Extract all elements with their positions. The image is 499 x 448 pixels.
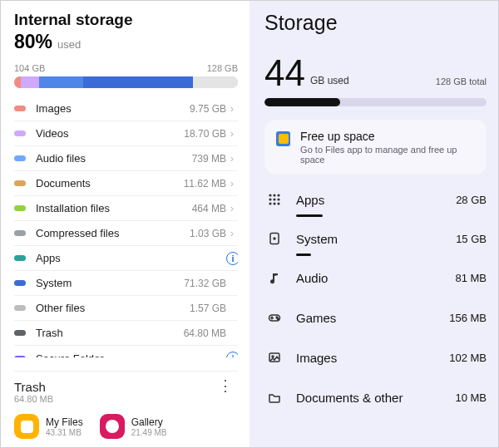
category-label: Installation files [36,202,192,214]
color-pill [14,180,26,186]
bar-segment [14,76,21,88]
row-size: 102 MB [449,352,487,364]
row-size: 15 GB [456,233,487,245]
color-pill [14,130,26,136]
docs-icon [264,391,284,404]
svg-point-3 [269,198,271,200]
total-label: 128 GB total [436,76,487,86]
app-frame: Internal storage 80% used 104 GB 128 GB … [0,0,499,448]
category-row[interactable]: Trash64.80 MB [14,321,238,346]
trash-section: Trash 64.80 MB ⋮ My Files43.31 MBGallery… [14,371,238,439]
images-icon [264,351,284,364]
category-size: 1.03 GB [190,228,226,239]
files-app-icon [276,131,290,146]
system-icon [264,232,284,245]
app-size: 21.49 MB [131,428,167,437]
category-size: 71.32 GB [184,278,226,289]
row-label: Images [296,351,449,365]
category-size: 11.62 MB [184,178,226,190]
color-pill [14,255,26,261]
info-icon[interactable]: i [226,252,238,265]
category-size: 464 MB [192,203,226,214]
category-size: 18.70 GB [184,128,226,140]
category-row[interactable]: Videos18.70 GB› [14,121,238,146]
chevron-right-icon: › [226,102,238,115]
svg-point-15 [272,356,274,357]
category-row[interactable]: Installation files464 MB› [14,196,238,221]
trash-apps: My Files43.31 MBGallery21.49 MB [14,414,238,439]
category-row[interactable]: System71.32 GB [14,271,238,296]
category-row[interactable]: Images9.75 GB› [14,96,238,121]
storage-row[interactable]: Documents & other10 MB [264,377,487,417]
category-row[interactable]: Secure Folderi [14,346,238,357]
free-up-space-card[interactable]: Free up space Go to Files app to manage … [264,120,487,175]
row-label: System [296,232,456,246]
row-size: 81 MB [455,272,487,284]
storage-row[interactable]: System15 GB [264,219,487,258]
category-row[interactable]: Appsi [14,246,238,271]
category-row[interactable]: Compressed files1.03 GB› [14,221,238,246]
used-percent-suffix: used [57,38,81,51]
app-name: My Files [46,416,83,428]
left-pane: Internal storage 80% used 104 GB 128 GB … [1,1,250,447]
card-subtitle: Go to Files app to manage and free up sp… [300,145,475,165]
color-pill [14,305,26,311]
more-options-icon[interactable]: ⋮ [213,380,238,391]
bar-segment [193,76,238,88]
category-label: Audio files [36,152,192,165]
usage-summary: 44 GB used 128 GB total [264,55,487,91]
total-gb-label: 128 GB [207,63,238,73]
trash-app[interactable]: My Files43.31 MB [14,414,83,439]
bar-segment [83,76,193,88]
svg-point-4 [273,198,275,200]
category-size: 64.80 MB [184,327,226,339]
category-label: Videos [36,127,184,140]
color-pill [14,280,26,286]
capacity-labels: 104 GB 128 GB [14,63,238,73]
category-row[interactable]: Audio files739 MB› [14,146,238,171]
svg-point-1 [273,194,275,196]
category-row[interactable]: Other files1.57 GB [14,296,238,321]
app-name: Gallery [131,416,167,428]
audio-icon [264,271,284,284]
category-label: Apps [36,252,226,264]
category-size: 739 MB [192,153,226,165]
trash-heading[interactable]: Trash [14,380,213,394]
svg-point-6 [269,202,271,204]
svg-point-8 [277,202,279,204]
row-size: 28 GB [456,194,487,206]
row-label: Audio [296,271,455,285]
usage-bar-fill [264,98,340,106]
color-pill [14,106,26,111]
app-size: 43.31 MB [46,428,83,437]
color-pill [14,205,26,211]
storage-row[interactable]: Games156 MB [264,298,487,337]
svg-point-7 [273,202,275,204]
trash-app[interactable]: Gallery21.49 MB [100,414,167,439]
used-unit: GB used [310,75,349,86]
category-label: Images [36,102,190,115]
svg-point-13 [278,318,279,320]
row-label: Games [296,311,449,325]
used-gb-label: 104 GB [14,63,45,73]
color-pill [14,356,26,358]
storage-row[interactable]: Images102 MB [264,337,487,377]
chevron-right-icon: › [226,227,238,239]
usage-line [296,254,311,256]
svg-point-5 [277,198,279,200]
category-list: Images9.75 GB›Videos18.70 GB›Audio files… [14,96,238,357]
bar-segment [21,76,39,88]
color-pill [14,155,26,161]
category-row[interactable]: Documents11.62 MB› [14,171,238,196]
storage-row[interactable]: Apps28 GB [264,180,487,219]
row-label: Apps [296,193,456,207]
card-title: Free up space [300,130,475,143]
storage-row[interactable]: Audio81 MB [264,258,487,298]
row-size: 156 MB [449,312,487,324]
used-number: 44 [264,55,305,91]
internal-storage-title: Internal storage [14,11,238,29]
row-size: 10 MB [455,391,487,404]
usage-line [296,214,323,217]
row-label: Documents & other [296,391,455,405]
info-icon[interactable]: i [226,352,238,357]
